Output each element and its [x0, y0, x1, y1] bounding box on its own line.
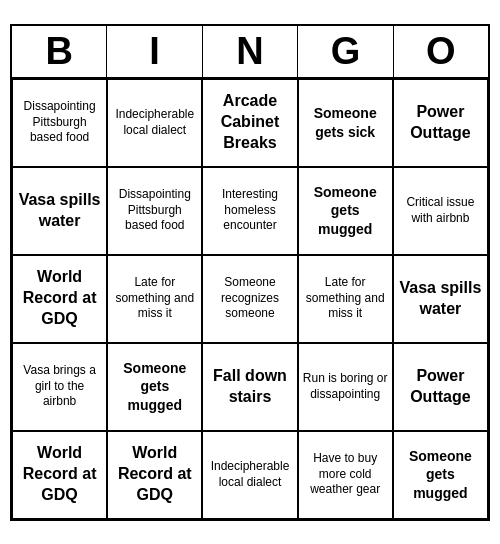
letter-n: N — [203, 26, 298, 77]
bingo-cell[interactable]: Someone gets mugged — [393, 431, 488, 519]
bingo-card: B I N G O Dissapointing Pittsburgh based… — [10, 24, 490, 521]
bingo-cell[interactable]: Someone gets mugged — [107, 343, 202, 431]
bingo-cell[interactable]: Dissapointing Pittsburgh based food — [107, 167, 202, 255]
bingo-cell[interactable]: Fall down stairs — [202, 343, 297, 431]
letter-g: G — [298, 26, 393, 77]
bingo-cell[interactable]: Have to buy more cold weather gear — [298, 431, 393, 519]
letter-i: I — [107, 26, 202, 77]
bingo-cell[interactable]: Power Outtage — [393, 343, 488, 431]
bingo-cell[interactable]: Someone gets mugged — [298, 167, 393, 255]
bingo-cell[interactable]: World Record at GDQ — [107, 431, 202, 519]
bingo-cell[interactable]: Indecipherable local dialect — [202, 431, 297, 519]
bingo-cell[interactable]: Interesting homeless encounter — [202, 167, 297, 255]
letter-b: B — [12, 26, 107, 77]
letter-o: O — [394, 26, 488, 77]
bingo-cell[interactable]: Someone recognizes someone — [202, 255, 297, 343]
bingo-cell[interactable]: World Record at GDQ — [12, 431, 107, 519]
bingo-cell[interactable]: World Record at GDQ — [12, 255, 107, 343]
bingo-header: B I N G O — [12, 26, 488, 79]
bingo-cell[interactable]: Vasa spills water — [393, 255, 488, 343]
bingo-cell[interactable]: Late for something and miss it — [107, 255, 202, 343]
bingo-cell[interactable]: Power Outtage — [393, 79, 488, 167]
bingo-cell[interactable]: Arcade Cabinet Breaks — [202, 79, 297, 167]
bingo-cell[interactable]: Someone gets sick — [298, 79, 393, 167]
bingo-cell[interactable]: Vasa brings a girl to the airbnb — [12, 343, 107, 431]
bingo-cell[interactable]: Late for something and miss it — [298, 255, 393, 343]
bingo-cell[interactable]: Vasa spills water — [12, 167, 107, 255]
bingo-cell[interactable]: Critical issue with airbnb — [393, 167, 488, 255]
bingo-cell[interactable]: Indecipherable local dialect — [107, 79, 202, 167]
bingo-grid: Dissapointing Pittsburgh based foodIndec… — [12, 79, 488, 519]
bingo-cell[interactable]: Dissapointing Pittsburgh based food — [12, 79, 107, 167]
bingo-cell[interactable]: Run is boring or dissapointing — [298, 343, 393, 431]
